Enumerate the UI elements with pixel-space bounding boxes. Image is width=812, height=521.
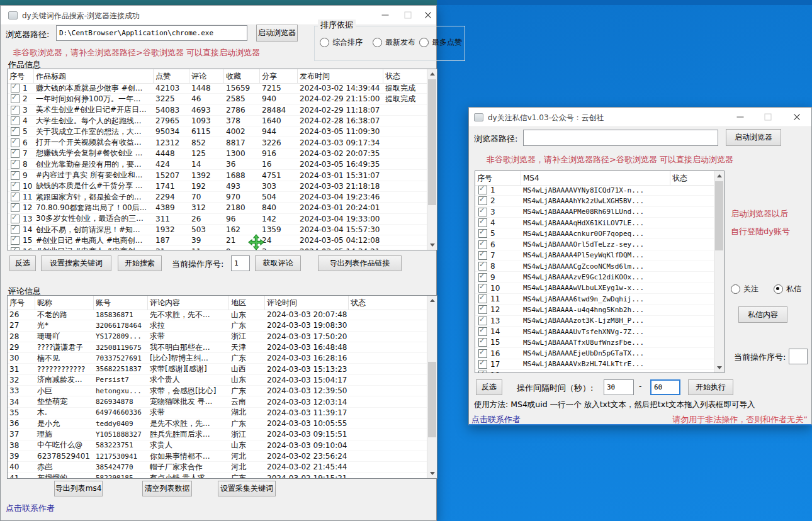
works-row[interactable]: 11 紧跟国家方针，都是捡金子的... 2294 70 970 504 2024… [8, 192, 427, 203]
col-time[interactable]: 发布时间 [298, 69, 383, 83]
comment-row[interactable]: 35 木. 64974660336 求带 湖北 2024-03-03 11:39… [8, 408, 427, 418]
comment-row[interactable]: 27 光* 32066178464 求拉 广东 2024-03-03 19:08… [8, 320, 427, 331]
dm-content-button[interactable]: 私信内容 [738, 306, 787, 323]
row-checkbox[interactable] [11, 236, 20, 245]
row-checkbox[interactable] [478, 305, 487, 314]
scroll-thumb[interactable] [715, 181, 723, 250]
ms4-row[interactable]: 14 MS4wLjABAAAAUvTsfehXNVg-7Z... [475, 327, 714, 337]
col-no[interactable]: 序号 [8, 69, 34, 83]
scroll-down-icon[interactable] [427, 469, 437, 478]
interval-to-input[interactable] [650, 379, 680, 395]
comment-row[interactable]: 38 中午吃什么@ 583223751 求贵人 山东 2024-03-03 09… [8, 440, 427, 451]
col-likes[interactable]: 点赞 [154, 69, 189, 83]
set-search-keywords-button[interactable]: 设置搜索关键词 [41, 255, 111, 271]
minimize-icon[interactable] [731, 110, 750, 124]
col-ms4[interactable]: MS4 [521, 171, 670, 185]
row-checkbox[interactable] [11, 215, 20, 223]
ms4-row[interactable]: 3 MS4wLjABAAAAPMe08Rh69lLUnd... [475, 207, 714, 218]
col-favs[interactable]: 收藏 [224, 69, 260, 83]
comment-row[interactable]: 31 ???????????? 35682251837 求带[感谢][感谢] 山… [8, 364, 427, 374]
works-row[interactable]: 1 赚大钱的本质就是少做事 #创... 42103 1448 15659 721… [8, 83, 427, 94]
comment-row[interactable]: 34 垫垫萌宠 826934878 宠物猫咪批发 寻... 云南 2024-03… [8, 396, 427, 407]
col-content[interactable]: 评论内容 [148, 296, 229, 310]
radio-sort-newest[interactable]: 最新发布 [373, 37, 415, 48]
works-row[interactable]: 6 打开一个开关视频就会有收益... 12312 852 8817 3226 2… [8, 137, 427, 148]
clear-list-button[interactable]: 清空列表数据 [142, 481, 192, 496]
comment-row[interactable]: 29 ????谦谦君子 32508119675 我不明白那些在... 天津 20… [8, 342, 427, 353]
scroll-thumb[interactable] [428, 362, 436, 437]
works-row[interactable]: 12 70.80.90都套路出局了！00后... 4389 312 2180 8… [8, 203, 427, 213]
row-checkbox[interactable] [478, 186, 487, 194]
col-no[interactable]: 序号 [475, 171, 521, 185]
row-checkbox[interactable] [478, 327, 487, 336]
row-checkbox[interactable] [478, 229, 487, 238]
scroll-down-icon[interactable] [714, 363, 724, 373]
scroll-up-icon[interactable] [427, 296, 437, 305]
row-checkbox[interactable] [11, 171, 20, 180]
start-execute-button[interactable]: 开始执行 [688, 379, 733, 395]
close-icon[interactable] [419, 8, 437, 22]
works-row[interactable]: 4 大学生创业。每个人的起跑线... 27965 1093 378 1640 2… [8, 116, 427, 126]
row-checkbox[interactable] [11, 160, 20, 169]
row-checkbox[interactable] [11, 127, 20, 136]
current-index-input[interactable] [789, 349, 808, 364]
col-comments[interactable]: 评论 [189, 69, 224, 83]
scroll-up-icon[interactable] [714, 171, 724, 181]
comment-row[interactable]: 36 是小允 teddy0409 是先不求胜，先... 广东 2024-03-0… [8, 418, 427, 429]
row-checkbox[interactable] [478, 360, 487, 369]
col-no[interactable]: 序号 [8, 296, 35, 310]
row-checkbox[interactable] [478, 284, 487, 293]
comment-row[interactable]: 28 珊珊吖 YS172809... 求带 浙江 2024-03-03 17:5… [8, 332, 427, 342]
launch-browser-button[interactable]: 启动浏览器 [256, 25, 298, 42]
works-row[interactable]: 13 30多岁女性创业，最适合的三... 311 26 96 142 2024-… [8, 214, 427, 225]
ms4-row[interactable]: 1 MS4wLjABAAAAVYNy8ICQd71X-n... [475, 185, 714, 196]
minimize-icon[interactable] [376, 8, 395, 22]
row-checkbox[interactable] [11, 116, 20, 125]
row-checkbox[interactable] [478, 317, 487, 325]
col-shares[interactable]: 分享 [260, 69, 298, 83]
comment-row[interactable]: 26 不老的路 185836871 先不求胜，先不... 山东 2024-03-… [8, 310, 427, 320]
invert-select-button[interactable]: 反选 [9, 255, 36, 271]
row-checkbox[interactable] [478, 218, 487, 227]
col-account[interactable]: 账号 [94, 296, 148, 310]
ms4-row[interactable]: 9 MS4wLjABAAAAzvE9Gc12diKOOx... [475, 272, 714, 283]
export-links-button[interactable]: 导出列表作品链接 [318, 255, 402, 271]
left-titlebar[interactable]: dy关键词作品搜索-浏览器连接成功 [1, 6, 436, 25]
row-checkbox[interactable] [478, 349, 487, 358]
maximize-icon[interactable] [398, 8, 417, 22]
radio-sort-composite[interactable]: 综合排序 [320, 37, 363, 48]
scroll-thumb[interactable] [428, 79, 436, 205]
works-scrollbar[interactable] [427, 69, 437, 250]
row-checkbox[interactable] [11, 138, 20, 147]
ms4-row[interactable]: 6 MS4wLjABAAAAOrl5dTeLzz-sey... [475, 239, 714, 250]
row-checkbox[interactable] [11, 247, 20, 250]
browser-path-input[interactable] [523, 130, 718, 146]
works-row[interactable]: 8 创业光靠勤奋是没有用的，要... 424 14 36 16 2024-03-… [8, 159, 427, 170]
ms4-row[interactable]: 17 MS4wLjABAAAAVxBzHL74LkTtrE... [475, 359, 714, 370]
row-checkbox[interactable] [478, 196, 487, 205]
ms4-row[interactable]: 11 MS4wLjABAAAA6twd9n_ZwDqhij... [475, 294, 714, 305]
row-checkbox[interactable] [478, 240, 487, 249]
start-search-button[interactable]: 开始搜索 [118, 255, 162, 271]
ms4-row[interactable]: 4 MS4wLjABAAAAqHdX61KiLOV7LE... [475, 218, 714, 228]
export-ms4-button[interactable]: 导出列表ms4 [54, 481, 103, 496]
ms4-row[interactable]: 18 MS4wLjABAAAAzL_ngtp-e3hMm4... [475, 370, 714, 373]
row-checkbox[interactable] [11, 225, 20, 234]
row-checkbox[interactable] [478, 371, 487, 373]
comment-row[interactable]: 37 理旆 Y1051888327 胜兵先胜而后求... 浙江 2024-03-… [8, 429, 427, 440]
interval-from-input[interactable] [604, 379, 634, 395]
works-row[interactable]: 10 缺钱的本质是什么#干货分享 ... 1741 192 493 303 20… [8, 181, 427, 192]
row-checkbox[interactable] [11, 84, 20, 92]
ms4-row[interactable]: 2 MS4wLjABAAAAhYk2zUwLXGH5BV... [475, 196, 714, 206]
ms4-row[interactable]: 15 MS4wLjABAAAATfxU8ufWnzsFbe... [475, 337, 714, 348]
col-region[interactable]: 地区 [229, 296, 265, 310]
scroll-down-icon[interactable] [427, 240, 437, 250]
ms4-row[interactable]: 5 MS4wLjABAAAAcnkur0OF7qopeq... [475, 228, 714, 239]
radio-follow[interactable]: 关注 [731, 284, 758, 294]
ms4-row[interactable]: 12 MS4wLjABAAAA-u4q4hng5Knb2h... [475, 305, 714, 315]
col-time[interactable]: 评论时间 [265, 296, 349, 310]
comment-row[interactable]: 39 62378529401 1217530941 你如果事情都不... 河北 … [8, 451, 427, 462]
ms4-scrollbar[interactable] [714, 171, 724, 373]
works-row[interactable]: 2 一年时间如何挣100万。一年... 3225 46 2585 940 202… [8, 94, 427, 104]
get-comments-button[interactable]: 获取评论 [255, 255, 301, 271]
